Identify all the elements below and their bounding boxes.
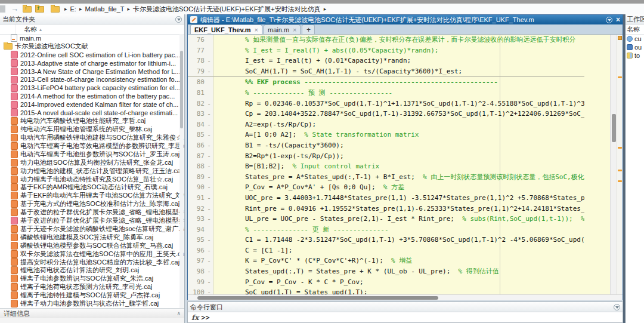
code-line[interactable]: 90- P_Cov = A*P_Cov*A' + [Qs 0;0 Qu]; % … (188, 182, 584, 193)
list-item[interactable]: 基于改进的粒子群优化扩展卡尔曼滤_省略_锂电池模型参数.. (0, 217, 184, 225)
warning-marker[interactable] (618, 147, 622, 149)
list-item[interactable]: 卡尔曼滤波电池SOC文献 (0, 42, 184, 51)
editor-menu-icon[interactable] (606, 17, 612, 23)
tab-main-m[interactable]: main.m× (264, 24, 301, 34)
code-line[interactable]: 93- UL_pre = UOC_pre - States_pre(2,1)- … (188, 214, 584, 224)
file-list-scrollbar[interactable] (179, 34, 184, 308)
code-line[interactable]: 92- Rint_pre = 0.04916 +1.19552*States_p… (188, 204, 584, 214)
list-item[interactable]: 基于改进的粒子群优化扩展卡尔曼滤_省略_锂电池模型参数.. (0, 208, 184, 217)
code-line[interactable]: 91- UOC_pre = 3.44003+1.71448*States_pre… (188, 193, 584, 204)
list-item[interactable]: 电动汽车锂离子电池组参数辨识与SOC估计_罗玉涛.caj (0, 150, 184, 158)
warning-marker[interactable] (618, 76, 622, 78)
workspace-title: 工作区 (627, 15, 644, 24)
scrollbar-thumb[interactable] (197, 296, 438, 300)
list-item[interactable]: 锂离子电池荷电状态预测方法研究_李司光.caj (0, 283, 184, 291)
new-tab-button[interactable]: + (302, 24, 315, 34)
browse-folder-icon[interactable]: ⤴ (35, 6, 44, 13)
breadcrumb-project[interactable]: 卡尔曼滤波电池SOC估计无迹(UEKF)+EKF扩展+安时法对比仿真 (133, 5, 321, 14)
editor-vertical-scrollbar[interactable] (610, 35, 617, 294)
code-line[interactable]: 86- B1 = -ts/(Capacity*3600); (188, 140, 584, 151)
list-item[interactable]: 2014-A method for the estimation of the … (0, 92, 184, 100)
code-comment: % 得到估计值 (459, 267, 499, 275)
panel-menu-icon[interactable] (614, 304, 620, 310)
forward-icon[interactable]: → (11, 5, 18, 13)
scrollbar-thumb[interactable] (612, 114, 616, 142)
code-line[interactable]: 76 % 如果测量值一直与实际值存在正(负)偏差，安时积分存在误差累计，而卡尔曼… (188, 35, 584, 45)
list-item[interactable]: 基于EKF的AMR锂电池SOC动态估计研究_石璞.caj (0, 183, 184, 192)
code-line[interactable]: 98- States_upd(:,T) = States_pre + K * (… (188, 266, 584, 277)
code-line[interactable]: 96- C = [C1 -1]; (188, 245, 584, 256)
code-line[interactable]: 87- B2=Rp*(1-exp(-ts/Rp/Cp)); (188, 151, 584, 162)
code-line[interactable]: 81 % ------------- 预 测 ---------------- (188, 88, 584, 99)
list-item[interactable]: 2013-LiFePO4 battery pack capacity estim… (0, 84, 184, 92)
list-item[interactable]: 提高安时积分法估算电池SOC精度的方法比较_李哲.caj (0, 258, 184, 266)
workspace-column-header[interactable]: 名称 (626, 24, 644, 35)
command-window-body[interactable]: fx >> (188, 312, 623, 322)
list-item[interactable]: 2013-Cell state-of-charge inconsistency … (0, 75, 184, 84)
list-item[interactable]: 动力锂离子电池动态特性研究及SOC估算_苗壮☆.caj (0, 175, 184, 183)
back-icon[interactable] (0, 5, 5, 13)
breadcrumb-folder[interactable]: Matlab_file_T (85, 5, 124, 13)
list-item[interactable]: 动力锂电池的建模_状态估计及管理策略研究_汪玉洁.caj (0, 167, 184, 175)
list-item[interactable]: 基于EKF的电动汽车用锂离子电池SOC估算方法研究_刘浩... (0, 192, 184, 200)
code-statement: B2=Rp*(1-exp(-ts/Rp/Cp)); (213, 152, 344, 160)
list-item[interactable]: 2014-Improved extended Kalman filter for… (0, 100, 184, 109)
editor-icon (190, 16, 197, 23)
list-item[interactable]: 2015-A novel dual-scale cell state-of-ch… (0, 109, 184, 117)
code-line[interactable]: 82- Rp = 0.02346-0.10537*SoC_upd(1,T-1)^… (188, 99, 584, 109)
list-item[interactable]: 电动汽车锂离子电池等效电路模型的参数辨识研究_李思.caj (0, 142, 184, 150)
list-item[interactable]: 动力电池组SOC估算及均衡控制方法研究_张金龙.caj (0, 158, 184, 167)
list-item[interactable]: 锂离子电池参数辨识与SOC估算研究_朱浩.caj (0, 275, 184, 283)
list-item[interactable]: 锂离子动力电池参数辨识与状态估计_魏学哲.caj (0, 300, 184, 308)
list-item[interactable]: main.m (0, 34, 184, 42)
scrollbar-thumb[interactable] (180, 51, 183, 128)
code-line[interactable]: 94 % -------------- 更 新 -------------- (188, 224, 584, 235)
collapse-icon[interactable]: ∧ (177, 310, 181, 316)
code-line[interactable]: 100- SoC_upd(1,T) = States_upd(1,T); (188, 287, 584, 294)
list-item[interactable]: 基于无迹卡尔曼滤波的磷酸铁锂电池soc估算研究_谢广.caj (0, 224, 184, 233)
code-line[interactable]: 95- C1 = 1.71448 -2*3.51247*SoC_upd(1,T-… (188, 235, 584, 245)
list-item[interactable]: 纯电动汽车用锂电池管理系统的研究_黎林.caj (0, 125, 184, 134)
workspace-variable[interactable]: ou (626, 43, 644, 51)
list-item[interactable]: 电动汽车用磷酸铁锂电池建模与SOC估算研究_朱雅俊☆.caj (0, 134, 184, 142)
warning-marker[interactable] (618, 180, 622, 182)
code-line[interactable]: 78- I_est = I_real(t) + (0.01*Capacity)*… (188, 56, 584, 66)
list-item[interactable]: 2012-Online cell SOC estimation of Li-io… (0, 51, 184, 59)
code-line[interactable]: 99- P_Cov = P_Cov - K * C * P_Cov; (188, 277, 584, 288)
list-item[interactable]: 锂离子电池特性建模与SOC估算研究_卢杰祥.caj (0, 291, 184, 300)
editor-horizontal-scrollbar[interactable] (188, 294, 623, 300)
warning-marker[interactable] (618, 170, 622, 171)
code-line[interactable]: 97- K = P_Cov*C' * (C*P_Cov*C'+R)^(-1); … (188, 256, 584, 266)
code-line[interactable]: 84- A2=exp(-ts/Rp/Cp); (188, 119, 584, 130)
workspace-variable[interactable]: to (626, 51, 644, 60)
editor-close-icon[interactable]: × (616, 16, 620, 24)
breadcrumb-drive[interactable]: E: (70, 5, 76, 13)
list-item[interactable]: 双卡尔曼滤波算法在锂电池SOC估算中的应用_王笑天.caj (0, 250, 184, 258)
code-line[interactable]: 83- Cp = 203.1404+3522.78847*SoC_upd(1,T… (188, 109, 584, 119)
workspace-variable[interactable]: cu (626, 35, 644, 43)
file-list-column-header[interactable]: 名称 ▴ (0, 24, 184, 35)
code-line[interactable]: 89- States_pre = A*States_upd(:,T-1) + B… (188, 172, 584, 183)
folder-up-icon[interactable]: ↑ (23, 6, 32, 13)
code-analyzer-status-icon[interactable] (618, 36, 622, 40)
code-analyzer-strip[interactable] (617, 35, 623, 294)
details-bar[interactable]: 详细信息 ∧ (0, 308, 184, 318)
close-icon[interactable]: × (255, 26, 258, 33)
code-line[interactable]: 88- B=[B1;B2]; % Input control matrix (188, 161, 584, 172)
code-line[interactable]: 80 %% EKF process ----------------------… (188, 76, 584, 88)
list-item[interactable]: 纯电动汽车磷酸铁锂电池性能研究_李哲.caj (0, 117, 184, 125)
code-line[interactable]: 85- A=[1 0;0 A2]; % State transformation… (188, 130, 584, 140)
command-prompt[interactable]: >> (201, 313, 209, 322)
list-item[interactable]: 2013-Adaptive state of charge estimator … (0, 59, 184, 67)
code-line[interactable]: 77 % I_est = I_real(T) + abs((0.05*Capac… (188, 45, 584, 56)
list-item[interactable]: 磷酸铁锂电池建模及SOC算法研究_陈勇军.caj (0, 233, 184, 241)
list-item[interactable]: 基于充电方式的锂电池SOC校准和估计方法_陈宗海.caj (0, 200, 184, 208)
tab-ekf_ukf_thev-m[interactable]: EKF_UKF_Thev.m× (190, 24, 262, 34)
panel-menu-icon[interactable] (175, 16, 182, 23)
list-item[interactable]: 磷酸铁锂电池模型参数与SOC联合估算研究_马燕.caj (0, 241, 184, 250)
close-icon[interactable]: × (293, 26, 296, 33)
code-area[interactable]: 76 % 如果测量值一直与实际值存在正(负)偏差，安时积分存在误差累计，而卡尔曼… (188, 35, 623, 294)
list-item[interactable]: 2013-A New State of Charge Estimation Me… (0, 67, 184, 76)
code-line[interactable]: 79- SoC_AH(1,T) = SoC_AH(1,T-1) - ts/(Ca… (188, 66, 584, 77)
list-item[interactable]: 锂电池荷电状态估计算法的研究_刘玥.caj (0, 266, 184, 275)
